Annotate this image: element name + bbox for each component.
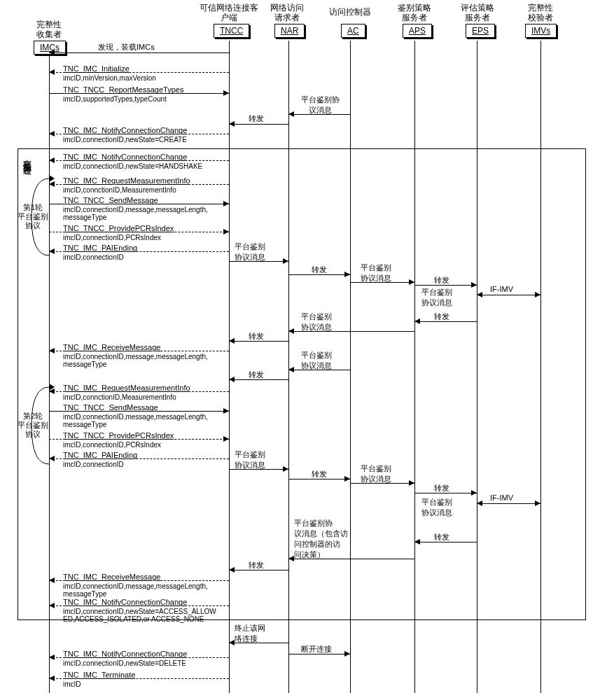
msg-plat-2: 平台鉴别 协议消息 — [235, 241, 265, 262]
actor-box-ac: AC — [341, 24, 365, 38]
msg-fwd-4: 转发 — [434, 312, 449, 322]
msg-send-2-params: imcID,connectionID,message,messageLength… — [63, 413, 208, 428]
msg-reqm-1-params: imcID,connctionID,MeasurementInfo — [63, 186, 176, 194]
msg-fwd-1: 转发 — [249, 113, 264, 124]
msg-plat-7: 平台鉴别 协议消息 — [235, 449, 265, 470]
msg-imc-terminate-params: imcID — [63, 680, 81, 688]
actor-label-aps: 鉴别策略 服务者 — [390, 3, 439, 23]
actor-label-imvs: 完整性 校验者 — [516, 3, 565, 23]
msg-pai-2-params: imcID,connectionID — [63, 461, 124, 468]
msg-reqm-2-params: imcID,connctionID,MeasurementInfo — [63, 393, 176, 401]
msg-notify-hs-params: imcID,connectionID,newState=HANDSHAKE — [63, 162, 202, 170]
msg-send-1-params: imcID,connectionID,message,messageLength… — [63, 206, 208, 221]
msg-recv-2-params: imcID,connectionID,message,messageLength… — [63, 582, 208, 598]
msg-plat-4: 平台鉴别 协议消息 — [421, 287, 452, 308]
msg-plat-3: 平台鉴别 协议消息 — [361, 262, 391, 284]
msg-terminate: 终止该网 络连接 — [235, 623, 265, 644]
actor-box-nar: NAR — [274, 24, 305, 38]
msg-fwd-5: 转发 — [249, 331, 264, 342]
actor-box-aps: APS — [403, 24, 432, 38]
msg-fwd-7: 转发 — [312, 469, 327, 479]
round2-bracket — [32, 384, 60, 468]
actor-label-tncc: 可信网络连接客 户端 — [194, 3, 264, 23]
msg-fwd-10: 转发 — [249, 560, 264, 570]
msg-fwd-3: 转发 — [434, 275, 449, 286]
actor-label-imcs: 完整性 收集者 — [28, 20, 70, 40]
msg-init-params: imcID,minVersion,maxVersion — [63, 74, 156, 82]
handshake-label: 完整性握手过程 — [21, 153, 33, 162]
msg-fwd-9: 转发 — [434, 532, 449, 542]
svg-marker-1 — [49, 384, 55, 391]
actor-box-eps: EPS — [466, 24, 495, 38]
msg-pai-1-params: imcID,connectionID — [63, 253, 124, 261]
msg-notify-create-params: imcID,connectionID,newState=CREATE — [63, 136, 187, 144]
msg-notify-access-params: imcID,connectionID,newState=ACCESS_ALLOW… — [63, 608, 216, 623]
msg-plat-1: 平台鉴别协 议消息 — [301, 94, 340, 115]
msg-plat-6: 平台鉴别 协议消息 — [301, 350, 332, 371]
msg-disconnect: 断开连接 — [301, 644, 332, 654]
msg-plat-5: 平台鉴别 协议消息 — [301, 312, 332, 332]
actor-label-eps: 评估策略 服务者 — [453, 3, 502, 23]
msg-plat-9: 平台鉴别 协议消息 — [421, 497, 452, 518]
msg-recv-1-params: imcID,connectionID,message,messageLength… — [63, 353, 208, 368]
msg-fwd-6: 转发 — [249, 370, 264, 380]
actor-box-imvs: IMVs — [525, 24, 557, 38]
msg-plat-8: 平台鉴别 协议消息 — [361, 463, 391, 484]
msg-plat-decision: 平台鉴别协 议消息（包含访 问控制器的访 问决策） — [294, 518, 357, 560]
round1-bracket — [32, 175, 60, 259]
svg-marker-0 — [49, 175, 55, 182]
msg-ifimv-1: IF-IMV — [490, 285, 513, 293]
msg-report-params: imcID,supportedTypes,typeCount — [63, 95, 167, 103]
msg-fwd-8: 转发 — [434, 483, 449, 493]
msg-discover: 发现，装载IMCs — [98, 42, 155, 52]
actor-box-tncc: TNCC — [214, 24, 249, 38]
actor-label-nar: 网络访问 请求者 — [263, 3, 312, 23]
msg-pcrs-2-params: imcID,connectionID,PCRsIndex — [63, 441, 161, 449]
msg-ifimv-2: IF-IMV — [490, 493, 513, 502]
msg-fwd-2: 转发 — [312, 265, 327, 275]
msg-pcrs-1-params: imcID,connectionID,PCRsIndex — [63, 234, 161, 241]
actor-label-ac: 访问控制器 — [322, 7, 378, 17]
msg-notify-delete-params: imcID,connectionID,newState=DELETE — [63, 659, 186, 667]
